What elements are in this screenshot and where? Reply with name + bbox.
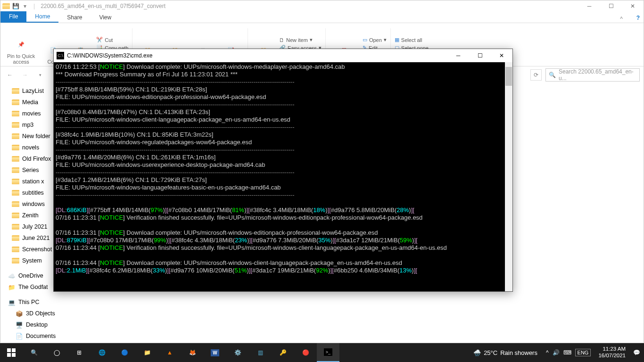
- taskbar[interactable]: 🔍 ◯ ⊞ 🌐 🔵 📁 ▲ 🦊 W ⚙️ ▥ 🔑 🔴 >_ 🌧️ 25°C Ra…: [0, 343, 644, 362]
- cmd-scroll-thumb[interactable]: [505, 67, 512, 86]
- tree-item-label: Old Firefox: [22, 156, 51, 162]
- tree-item-label: LazyList: [22, 88, 44, 94]
- qa-save-icon[interactable]: 💾: [12, 2, 19, 10]
- cmd-maximize-button[interactable]: ☐: [469, 49, 491, 62]
- explorer-titlebar[interactable]: 💾 ▾ | 22000.65_amd64_en-us_multi_07f5694…: [0, 0, 644, 12]
- taskbar-word[interactable]: W: [204, 343, 226, 362]
- weather-text: Rain showers: [500, 349, 537, 356]
- qa-dropdown-icon[interactable]: ▾: [21, 2, 29, 10]
- pin-icon: 📌: [14, 37, 29, 52]
- ribbon-collapse-icon[interactable]: ^: [620, 16, 623, 22]
- folder-icon: [12, 179, 19, 184]
- tree-item-label: Desktop: [26, 321, 48, 328]
- clock-date: 16/07/2021: [598, 353, 626, 359]
- search-placeholder: Search 22000.65_amd64_en-u...: [559, 68, 636, 82]
- taskbar-explorer[interactable]: 📁: [136, 343, 158, 362]
- volume-icon[interactable]: 🔊: [553, 349, 560, 356]
- close-button[interactable]: ✕: [622, 0, 644, 12]
- taskbar-app1[interactable]: ▥: [249, 343, 272, 362]
- taskbar-firefox[interactable]: 🦊: [181, 343, 204, 362]
- cmd-icon: C:\: [57, 52, 64, 59]
- search-icon: 🔍: [31, 349, 38, 356]
- taskbar-chrome2[interactable]: 🔴: [294, 343, 317, 362]
- tab-view[interactable]: View: [91, 12, 120, 23]
- search-button[interactable]: 🔍: [23, 343, 45, 362]
- pin-button[interactable]: 📌 Pin to Quick access: [4, 25, 38, 65]
- cmd-close-button[interactable]: ✕: [491, 49, 512, 62]
- tree-item-label: Media: [22, 99, 38, 106]
- help-icon[interactable]: ?: [636, 15, 640, 21]
- notifications-icon[interactable]: 💬: [633, 349, 640, 356]
- firefox-icon: 🦊: [189, 349, 196, 356]
- history-dropdown[interactable]: ▾: [34, 69, 46, 81]
- task-view-button[interactable]: ⊞: [68, 343, 91, 362]
- new-item-button[interactable]: 🗋New item ▾: [279, 37, 322, 43]
- start-button[interactable]: [0, 343, 23, 362]
- taskbar-chrome[interactable]: 🔵: [113, 343, 136, 362]
- cmd-output[interactable]: 07/16 11:22:53 [NOTICE] Download complet…: [54, 62, 505, 291]
- cmd-titlebar[interactable]: C:\ C:\WINDOWS\System32\cmd.exe ─ ☐ ✕: [54, 49, 512, 62]
- forward-button[interactable]: →: [19, 69, 31, 81]
- tree-item-label: June 2021: [22, 235, 50, 241]
- tab-home[interactable]: Home: [26, 11, 58, 23]
- folder-icon: [12, 190, 19, 196]
- back-button[interactable]: ←: [4, 69, 16, 81]
- new-item-icon: 🗋: [279, 37, 284, 43]
- explorer-icon: 📁: [144, 349, 151, 356]
- tree-item[interactable]: 📦3D Objects: [0, 308, 95, 319]
- cmd-scrollbar[interactable]: [505, 62, 512, 291]
- title-separator: |: [33, 3, 35, 9]
- language-indicator[interactable]: ENG: [575, 349, 591, 356]
- this-pc-item[interactable]: 💻This PC: [0, 296, 95, 308]
- taskbar-cmd[interactable]: >_: [317, 343, 339, 362]
- tab-file[interactable]: File: [0, 11, 26, 23]
- weather-temp: 25°C: [484, 349, 497, 356]
- taskbar-settings[interactable]: ⚙️: [226, 343, 249, 362]
- clock-time: 11:23 AM: [598, 346, 626, 353]
- tree-item-label: 3D Objects: [26, 310, 55, 317]
- clock[interactable]: 11:23 AM 16/07/2021: [594, 346, 629, 359]
- folder-icon: [12, 167, 19, 173]
- app-icon: 🔑: [280, 349, 287, 356]
- icon: 📄: [16, 333, 23, 340]
- chevron-down-icon: ▾: [310, 37, 313, 43]
- folder-icon: [2, 2, 10, 10]
- taskbar-vlc[interactable]: ▲: [158, 343, 181, 362]
- folder-icon: [12, 224, 19, 230]
- task-view-icon: ⊞: [77, 349, 82, 356]
- taskbar-app2[interactable]: 🔑: [272, 343, 294, 362]
- tree-item-label: mp3: [22, 122, 33, 128]
- tree-item[interactable]: 📄Documents: [0, 330, 95, 342]
- cortana-button[interactable]: ◯: [45, 343, 68, 362]
- keyboard-icon[interactable]: ⌨: [563, 349, 571, 356]
- tray-chevron-icon[interactable]: ^: [546, 349, 549, 356]
- cmd-minimize-button[interactable]: ─: [447, 49, 469, 62]
- maximize-button[interactable]: ☐: [600, 0, 622, 12]
- cmd-window[interactable]: C:\ C:\WINDOWS\System32\cmd.exe ─ ☐ ✕ 07…: [53, 49, 513, 292]
- folder-icon: [12, 111, 19, 116]
- tree-item-label: station x: [22, 178, 44, 185]
- folder-icon: [12, 156, 19, 162]
- folder-icon: [12, 201, 19, 207]
- icon: 📁: [8, 284, 16, 291]
- tree-item[interactable]: 🖥️Desktop: [0, 319, 95, 330]
- icon: 📦: [16, 310, 23, 317]
- tree-item-label: OneDrive: [18, 272, 43, 279]
- folder-icon: [12, 133, 19, 139]
- tree-item-label: Screenshot: [22, 246, 52, 253]
- folder-icon: [12, 88, 19, 94]
- svg-rect-3: [12, 353, 16, 357]
- tree-item-label: This PC: [18, 299, 39, 305]
- cut-button[interactable]: ✂️Cut: [96, 37, 128, 43]
- tab-share[interactable]: Share: [58, 12, 91, 23]
- search-input[interactable]: 🔍 Search 22000.65_amd64_en-u...: [545, 68, 640, 82]
- weather-widget[interactable]: 🌧️ 25°C Rain showers: [469, 349, 542, 356]
- select-all-button[interactable]: ▦Select all: [395, 37, 429, 43]
- search-icon: 🔍: [549, 72, 556, 78]
- taskbar-edge[interactable]: 🌐: [91, 343, 113, 362]
- tree-item-label: System: [22, 257, 42, 264]
- refresh-button[interactable]: ⟳: [530, 69, 542, 81]
- open-button[interactable]: ▭Open ▾: [363, 37, 387, 43]
- chrome-icon: 🔴: [302, 349, 309, 356]
- minimize-button[interactable]: ─: [578, 0, 600, 12]
